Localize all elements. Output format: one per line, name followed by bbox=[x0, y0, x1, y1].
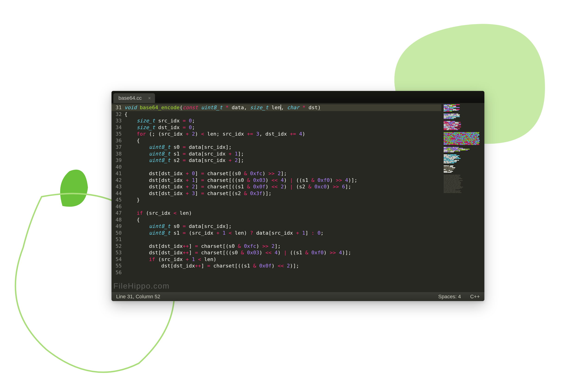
code-line[interactable]: uint8_t s1 = (src_idx + 1 < len) ? data[… bbox=[124, 230, 441, 236]
status-cursor-position[interactable]: Line 31, Column 52 bbox=[116, 294, 160, 300]
code-line[interactable]: uint8_t s2 = data[src_idx + 2]; bbox=[124, 157, 441, 164]
code-line[interactable] bbox=[124, 269, 441, 276]
line-number: 31 bbox=[111, 104, 124, 111]
code-line[interactable]: size_t dst_idx = 0; bbox=[124, 124, 441, 131]
line-number: 49 bbox=[111, 223, 122, 230]
close-icon[interactable]: × bbox=[148, 96, 151, 100]
line-number: 45 bbox=[111, 197, 122, 204]
tab-bar: base64.cc × bbox=[111, 91, 484, 103]
code-line[interactable]: if (src_idx < len) bbox=[124, 210, 441, 216]
code-line[interactable]: dst[dst_idx + 2] = charset[((s1 & 0x0f) … bbox=[124, 184, 441, 190]
code-line[interactable]: uint8_t s1 = data[src_idx + 1]; bbox=[124, 151, 441, 157]
code-content[interactable]: void base64_encode(const uint8_t * data,… bbox=[124, 104, 441, 292]
status-bar: Line 31, Column 52 Spaces: 4 C++ bbox=[111, 292, 484, 301]
code-line[interactable]: dst[dst_idx + 3] = charset[(s2 & 0x3f)]; bbox=[124, 190, 441, 197]
line-number: 42 bbox=[111, 177, 122, 184]
line-number: 38 bbox=[111, 151, 122, 157]
editor-window: base64.cc × 3132333435363738394041424344… bbox=[111, 91, 484, 301]
code-line[interactable]: uint8_t s0 = data[src_idx]; bbox=[124, 223, 441, 230]
code-line[interactable] bbox=[124, 236, 441, 243]
code-line[interactable]: dst[dst_idx++] = charset[((s0 & 0x03) <<… bbox=[124, 250, 441, 256]
line-number: 50 bbox=[111, 230, 122, 236]
minimap[interactable] bbox=[441, 103, 484, 292]
line-number: 36 bbox=[111, 138, 122, 144]
line-number: 34 bbox=[111, 124, 122, 131]
line-number: 55 bbox=[111, 263, 122, 269]
line-number: 52 bbox=[111, 243, 122, 250]
code-line[interactable] bbox=[124, 204, 441, 210]
line-number: 35 bbox=[111, 131, 122, 138]
code-line[interactable]: { bbox=[124, 216, 441, 223]
code-line[interactable]: { bbox=[124, 138, 441, 144]
code-line[interactable]: if (src_idx + 1 < len) bbox=[124, 256, 441, 263]
line-number-gutter: 3132333435363738394041424344454647484950… bbox=[111, 104, 124, 292]
code-line[interactable]: dst[dst_idx + 1] = charset[((s0 & 0x03) … bbox=[124, 177, 441, 184]
line-number: 56 bbox=[111, 269, 122, 276]
line-number: 40 bbox=[111, 164, 122, 170]
code-line[interactable]: dst[dst_idx + 0] = charset[(s0 & 0xfc) >… bbox=[124, 170, 441, 177]
code-area[interactable]: 3132333435363738394041424344454647484950… bbox=[111, 103, 441, 292]
code-line[interactable]: { bbox=[124, 111, 441, 118]
line-number: 33 bbox=[111, 118, 122, 124]
status-indentation[interactable]: Spaces: 4 bbox=[438, 294, 461, 300]
line-number: 44 bbox=[111, 190, 122, 197]
line-number: 47 bbox=[111, 210, 122, 216]
line-number: 46 bbox=[111, 204, 122, 210]
code-line[interactable]: dst[dst_idx++] = charset[(s0 & 0xfc) >> … bbox=[124, 243, 441, 250]
code-line[interactable]: dst[dst_idx++] = charset[((s1 & 0x0f) <<… bbox=[124, 263, 441, 269]
code-line[interactable]: size_t src_idx = 0; bbox=[124, 118, 441, 124]
line-number: 39 bbox=[111, 157, 122, 164]
code-line[interactable]: uint8_t s0 = data[src_idx]; bbox=[124, 144, 441, 151]
status-syntax[interactable]: C++ bbox=[470, 294, 480, 300]
editor-body: 3132333435363738394041424344454647484950… bbox=[111, 103, 484, 292]
code-line[interactable]: } bbox=[124, 197, 441, 204]
line-number: 41 bbox=[111, 170, 122, 177]
line-number: 53 bbox=[111, 250, 122, 256]
tab-title: base64.cc bbox=[118, 95, 142, 101]
line-number: 54 bbox=[111, 256, 122, 263]
line-number: 32 bbox=[111, 111, 122, 118]
line-number: 43 bbox=[111, 184, 122, 190]
code-line[interactable]: void base64_encode(const uint8_t * data,… bbox=[124, 104, 441, 111]
line-number: 51 bbox=[111, 236, 122, 243]
code-line[interactable] bbox=[124, 164, 441, 170]
code-line[interactable]: for (; (src_idx + 2) < len; src_idx += 3… bbox=[124, 131, 441, 138]
line-number: 48 bbox=[111, 216, 122, 223]
line-number: 37 bbox=[111, 144, 122, 151]
tab-base64[interactable]: base64.cc × bbox=[113, 93, 155, 103]
